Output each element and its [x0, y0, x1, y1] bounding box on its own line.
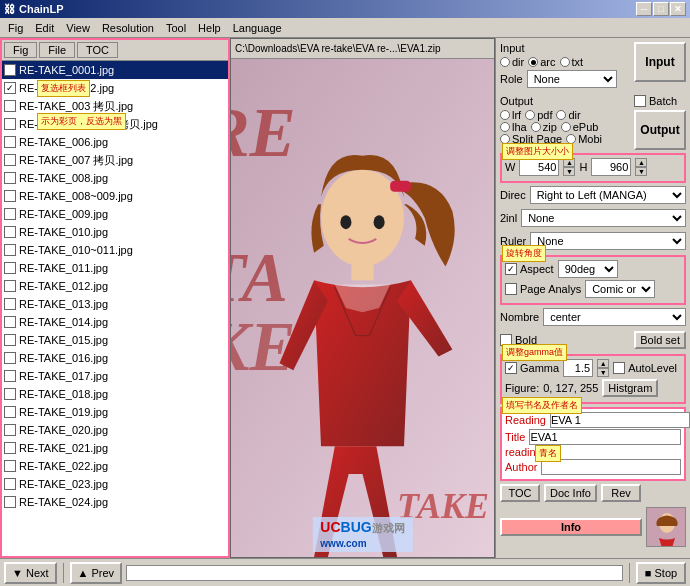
image-area[interactable]: RE - TA KE: [231, 59, 494, 557]
radio-dir-circle[interactable]: [500, 57, 510, 67]
batch-check-sq[interactable]: [634, 95, 646, 107]
file-checkbox[interactable]: [4, 334, 16, 346]
height-down[interactable]: ▼: [635, 167, 647, 176]
list-item[interactable]: RE-TAKE_006.jpg: [2, 133, 228, 151]
direction-select[interactable]: Right to Left (MANGA): [530, 186, 686, 204]
reading-input[interactable]: [550, 412, 690, 428]
list-item[interactable]: RE-TAKE_010.jpg: [2, 223, 228, 241]
list-item[interactable]: RE-TAKE_019.jpg: [2, 403, 228, 421]
radio-lrf[interactable]: lrf: [500, 109, 521, 121]
list-item[interactable]: RE-TAKE_014.jpg: [2, 313, 228, 331]
radio-zip[interactable]: zip: [531, 121, 557, 133]
input-button[interactable]: Input: [634, 42, 686, 82]
file-checkbox[interactable]: [4, 226, 16, 238]
file-checkbox[interactable]: [4, 370, 16, 382]
tab-fig[interactable]: Fig: [4, 42, 37, 58]
radio-dir-out[interactable]: dir: [556, 109, 580, 121]
list-item[interactable]: RE-TAKE_010~011.jpg: [2, 241, 228, 259]
file-checkbox[interactable]: [4, 460, 16, 472]
file-checkbox[interactable]: [4, 352, 16, 364]
gamma-input[interactable]: [563, 359, 593, 377]
file-checkbox[interactable]: [4, 100, 16, 112]
file-checkbox[interactable]: [4, 496, 16, 508]
radio-arc[interactable]: arc: [528, 56, 555, 68]
next-button[interactable]: ▼ Next: [4, 562, 57, 584]
list-item[interactable]: RE-TAKE_015.jpg: [2, 331, 228, 349]
list-item[interactable]: RE-TAKE_004~005 拷贝.jpg: [2, 115, 228, 133]
list-item[interactable]: RE-TAKE_020.jpg: [2, 421, 228, 439]
file-checkbox[interactable]: [4, 118, 16, 130]
file-checkbox[interactable]: [4, 478, 16, 490]
rev-button[interactable]: Rev: [601, 484, 641, 502]
page-analysis-check-sq[interactable]: [505, 283, 517, 295]
menu-edit[interactable]: Edit: [29, 20, 60, 36]
file-checkbox[interactable]: [4, 244, 16, 256]
file-checkbox[interactable]: [4, 442, 16, 454]
list-item[interactable]: RE-TAKE_022.jpg: [2, 457, 228, 475]
list-item[interactable]: RE-TAKE_008~009.jpg: [2, 187, 228, 205]
list-item[interactable]: RE-TAKE_021.jpg: [2, 439, 228, 457]
file-checkbox[interactable]: [4, 154, 16, 166]
tab-file[interactable]: File: [39, 42, 75, 58]
radio-pdf[interactable]: pdf: [525, 109, 552, 121]
gamma-check-sq[interactable]: [505, 362, 517, 374]
list-item[interactable]: RE-TAKE_009.jpg: [2, 205, 228, 223]
width-down[interactable]: ▼: [563, 167, 575, 176]
list-item[interactable]: RE-TAKE_012.jpg: [2, 277, 228, 295]
prev-button[interactable]: ▲ Prev: [70, 562, 123, 584]
width-input[interactable]: [519, 158, 559, 176]
radio-epub-circle[interactable]: [561, 122, 571, 132]
radio-dir-out-circle[interactable]: [556, 110, 566, 120]
file-checkbox[interactable]: [4, 172, 16, 184]
height-up[interactable]: ▲: [635, 158, 647, 167]
list-item[interactable]: RE-TAKE_024.jpg: [2, 493, 228, 511]
toc-button[interactable]: TOC: [500, 484, 540, 502]
radio-txt[interactable]: txt: [560, 56, 584, 68]
menu-help[interactable]: Help: [192, 20, 227, 36]
histogram-button[interactable]: Histgram: [602, 379, 658, 397]
width-spinner[interactable]: ▲ ▼: [563, 158, 575, 176]
author-input[interactable]: [541, 459, 681, 475]
radio-arc-circle[interactable]: [528, 57, 538, 67]
autolevel-check-sq[interactable]: [613, 362, 625, 374]
height-input[interactable]: [591, 158, 631, 176]
list-item[interactable]: RE-TAKE_023.jpg: [2, 475, 228, 493]
radio-txt-circle[interactable]: [560, 57, 570, 67]
list-item[interactable]: RE-TAKE_018.jpg: [2, 385, 228, 403]
file-checkbox[interactable]: [4, 406, 16, 418]
minimize-button[interactable]: ─: [636, 2, 652, 16]
aspect-checkbox[interactable]: Aspect: [505, 263, 554, 275]
list-item[interactable]: RE-TAKE_003 拷贝.jpg示为彩页，反选为黑: [2, 97, 228, 115]
aspect-check-sq[interactable]: [505, 263, 517, 275]
aspect-select[interactable]: 90deg: [558, 260, 618, 278]
info-button[interactable]: Info: [500, 518, 642, 536]
stop-button[interactable]: ■ Stop: [636, 562, 686, 584]
file-checkbox[interactable]: [4, 208, 16, 220]
menu-view[interactable]: View: [60, 20, 96, 36]
file-checkbox[interactable]: [4, 388, 16, 400]
file-checkbox[interactable]: [4, 262, 16, 274]
menu-language[interactable]: Language: [227, 20, 288, 36]
gamma-spinner[interactable]: ▲ ▼: [597, 359, 609, 377]
file-checkbox[interactable]: [4, 298, 16, 310]
list-item[interactable]: RE-TAKE_011.jpg: [2, 259, 228, 277]
title-input[interactable]: [529, 429, 681, 445]
list-item[interactable]: RE-TAKE_0002.jpg复选框列表: [2, 79, 228, 97]
menu-fig[interactable]: Fig: [2, 20, 29, 36]
tab-toc[interactable]: TOC: [77, 42, 118, 58]
doc-info-button[interactable]: Doc Info: [544, 484, 597, 502]
bold-set-button[interactable]: Bold set: [634, 331, 686, 349]
list-item[interactable]: RE-TAKE_013.jpg: [2, 295, 228, 313]
twoin-select[interactable]: None: [521, 209, 686, 227]
radio-lha-circle[interactable]: [500, 122, 510, 132]
radio-lha[interactable]: lha: [500, 121, 527, 133]
batch-checkbox[interactable]: Batch: [634, 95, 686, 107]
file-checkbox[interactable]: [4, 190, 16, 202]
page-analysis-checkbox[interactable]: Page Analys: [505, 283, 581, 295]
file-checkbox[interactable]: [4, 136, 16, 148]
page-analysis-select[interactable]: Comic only: [585, 280, 655, 298]
gamma-down[interactable]: ▼: [597, 368, 609, 377]
output-button[interactable]: Output: [634, 110, 686, 150]
height-spinner[interactable]: ▲ ▼: [635, 158, 647, 176]
file-checkbox[interactable]: [4, 82, 16, 94]
